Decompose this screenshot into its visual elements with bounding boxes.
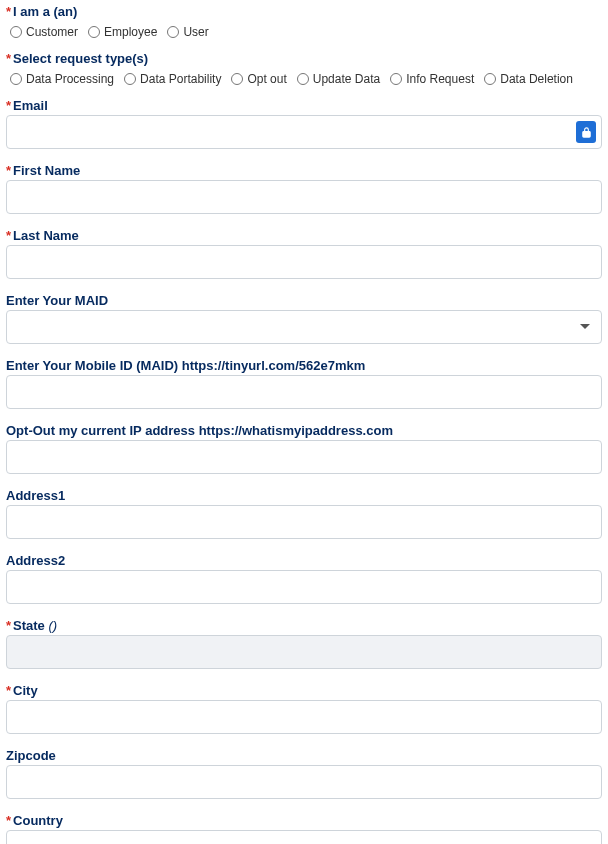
request-type-options: Data Processing Data Portability Opt out… xyxy=(6,68,602,94)
country-input[interactable] xyxy=(6,830,602,844)
label-first-name: *First Name xyxy=(6,163,602,178)
city-input[interactable] xyxy=(6,700,602,734)
reqtype-data-processing[interactable]: Data Processing xyxy=(10,72,114,86)
email-input[interactable] xyxy=(6,115,602,149)
state-input[interactable] xyxy=(6,635,602,669)
optout-ip-input[interactable] xyxy=(6,440,602,474)
field-iam: *I am a (an) Customer Employee User xyxy=(6,4,602,47)
field-country: *Country xyxy=(6,813,602,844)
field-zipcode: Zipcode xyxy=(6,748,602,809)
field-request-type: *Select request type(s) Data Processing … xyxy=(6,51,602,94)
maid-select[interactable] xyxy=(6,310,602,344)
address2-input[interactable] xyxy=(6,570,602,604)
field-city: *City xyxy=(6,683,602,744)
field-mobile-id: Enter Your Mobile ID (MAID) https://tiny… xyxy=(6,358,602,419)
label-country: *Country xyxy=(6,813,602,828)
autofill-icon[interactable] xyxy=(576,121,596,143)
zipcode-input[interactable] xyxy=(6,765,602,799)
label-state: *State () xyxy=(6,618,602,633)
iam-option-employee[interactable]: Employee xyxy=(88,25,157,39)
field-first-name: *First Name xyxy=(6,163,602,224)
reqtype-data-deletion[interactable]: Data Deletion xyxy=(484,72,573,86)
label-maid: Enter Your MAID xyxy=(6,293,602,308)
field-address2: Address2 xyxy=(6,553,602,614)
label-iam: *I am a (an) xyxy=(6,4,602,19)
iam-options: Customer Employee User xyxy=(6,21,602,47)
label-address2: Address2 xyxy=(6,553,602,568)
address1-input[interactable] xyxy=(6,505,602,539)
label-request-type: *Select request type(s) xyxy=(6,51,602,66)
svg-rect-0 xyxy=(582,131,589,137)
label-last-name: *Last Name xyxy=(6,228,602,243)
mobile-id-input[interactable] xyxy=(6,375,602,409)
first-name-input[interactable] xyxy=(6,180,602,214)
reqtype-opt-out[interactable]: Opt out xyxy=(231,72,286,86)
reqtype-update-data[interactable]: Update Data xyxy=(297,72,380,86)
label-address1: Address1 xyxy=(6,488,602,503)
last-name-input[interactable] xyxy=(6,245,602,279)
label-email: *Email xyxy=(6,98,602,113)
iam-option-user[interactable]: User xyxy=(167,25,208,39)
label-optout-ip: Opt-Out my current IP address https://wh… xyxy=(6,423,602,438)
privacy-request-form: *I am a (an) Customer Employee User *Sel… xyxy=(0,0,608,844)
label-zipcode: Zipcode xyxy=(6,748,602,763)
label-city: *City xyxy=(6,683,602,698)
iam-option-customer[interactable]: Customer xyxy=(10,25,78,39)
field-optout-ip: Opt-Out my current IP address https://wh… xyxy=(6,423,602,484)
field-address1: Address1 xyxy=(6,488,602,549)
reqtype-info-request[interactable]: Info Request xyxy=(390,72,474,86)
field-state: *State () xyxy=(6,618,602,679)
label-mobile-id: Enter Your Mobile ID (MAID) https://tiny… xyxy=(6,358,602,373)
field-email: *Email xyxy=(6,98,602,159)
field-maid: Enter Your MAID xyxy=(6,293,602,354)
reqtype-data-portability[interactable]: Data Portability xyxy=(124,72,221,86)
field-last-name: *Last Name xyxy=(6,228,602,289)
